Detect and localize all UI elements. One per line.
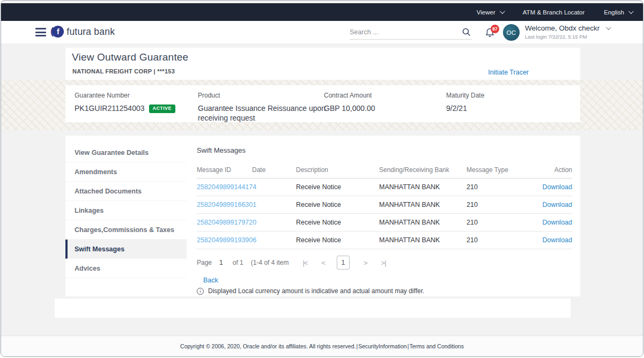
currency-note-text: Displayed Local currency amount is indic… — [208, 287, 424, 295]
security-information-link[interactable]: SecurityInformation — [358, 343, 406, 349]
page-title: View Outward Guarantee — [72, 51, 188, 63]
bank-cell: MANHATTAN BANK — [379, 183, 467, 191]
avatar[interactable]: OC — [503, 24, 520, 41]
page-range-label: (1-4 of 4 item — [251, 259, 289, 266]
initiate-tracer-link[interactable]: Initiate Tracer — [488, 69, 529, 76]
pagination: Page 1 of 1 (1-4 of 4 item |< < 1 > >| — [197, 255, 386, 271]
col-action: Action — [519, 166, 572, 174]
product-label: Product — [198, 92, 327, 99]
terms-and-conditions-link[interactable]: Terms and Conditions — [409, 343, 464, 349]
role-selector[interactable]: Viewer — [477, 9, 504, 16]
chevron-down-icon — [628, 9, 634, 14]
currency-note: i Displayed Local currency amount is ind… — [197, 287, 424, 295]
nav-item-attached-documents[interactable]: Attached Documents — [65, 182, 187, 201]
search-icon[interactable] — [462, 28, 471, 39]
hamburger-menu-icon[interactable] — [35, 28, 46, 39]
section-title: Swift Messages — [197, 146, 246, 154]
message-type-cell: 210 — [467, 236, 519, 244]
guarantee-summary-card: Guarantee Number PK1GUIR211254003ACTIVE … — [65, 85, 580, 122]
brand-logo[interactable]: ( f futura bank — [50, 26, 115, 38]
product-field: Product Guarantee Issuance Reissuance up… — [198, 92, 327, 123]
bank-cell: MANHATTAN BANK — [379, 236, 467, 244]
guarantee-number-label: Guarantee Number — [75, 92, 175, 99]
welcome-text: Welcome, Obdx checkr — [525, 24, 599, 32]
info-icon: i — [197, 288, 204, 295]
nav-item-view-guarantee-details[interactable]: View Guarantee Details — [65, 143, 187, 162]
page-number: 1 — [219, 259, 223, 266]
nav-item-advices[interactable]: Advices — [65, 259, 187, 278]
chevron-down-icon — [500, 9, 505, 14]
lower-card-strip — [55, 299, 571, 318]
nav-item-swift-messages[interactable]: Swift Messages — [65, 240, 187, 259]
last-page-icon[interactable]: >| — [381, 259, 386, 267]
download-link[interactable]: Download — [519, 201, 572, 208]
footer-separator: | — [408, 343, 409, 349]
nav-item-charges-commissions-taxes[interactable]: Charges,Commissions & Taxes — [65, 220, 187, 240]
maturity-date-value: 9/2/21 — [446, 103, 484, 113]
copyright-text: Copyright © 2006, 2020, Oracle and/or it… — [180, 343, 356, 349]
download-link[interactable]: Download — [519, 236, 572, 244]
chevron-down-icon — [606, 25, 611, 30]
logo-circle-icon: f — [52, 26, 64, 38]
utility-topbar: Viewer ATM & Branch Locator English — [1, 3, 643, 21]
nav-item-amendments[interactable]: Amendments — [65, 162, 187, 182]
main-content-card: View Guarantee Details Amendments Attach… — [65, 136, 580, 296]
download-link[interactable]: Download — [519, 219, 572, 226]
app-header: ( f futura bank 87 OC Welcome, Obdx chec… — [1, 21, 643, 43]
atm-branch-locator-label: ATM & Branch Locator — [523, 9, 584, 16]
description-cell: Receive Notice — [296, 183, 379, 191]
description-cell: Receive Notice — [296, 236, 379, 244]
prev-page-icon[interactable]: < — [321, 259, 325, 267]
table-header-row: Message ID Date Description Sending/Rece… — [197, 161, 572, 178]
current-page-button[interactable]: 1 — [337, 256, 350, 270]
app-window: Viewer ATM & Branch Locator English ( f … — [1, 0, 643, 357]
message-id-link[interactable]: 2582049899193906 — [197, 236, 252, 244]
contract-amount-label: Contract Amount — [324, 92, 375, 99]
next-page-icon[interactable]: > — [364, 259, 367, 267]
contract-amount-field: Contract Amount GBP 10,000.00 — [324, 92, 375, 113]
search-bar — [350, 27, 472, 40]
message-type-cell: 210 — [467, 219, 519, 226]
description-cell: Receive Notice — [296, 201, 379, 208]
first-page-icon[interactable]: |< — [302, 259, 307, 267]
bank-cell: MANHATTAN BANK — [379, 219, 467, 226]
nav-item-linkages[interactable]: Linkages — [65, 201, 187, 220]
status-badge: ACTIVE — [149, 105, 175, 114]
maturity-date-label: Maturity Date — [446, 92, 484, 99]
table-row: 2582049899144174 Receive Notice MANHATTA… — [197, 178, 572, 196]
atm-branch-locator-link[interactable]: ATM & Branch Locator — [523, 9, 584, 16]
col-message-type: Message Type — [467, 166, 519, 174]
table-row: 2582049899166301 Receive Notice MANHATTA… — [197, 196, 572, 214]
back-link[interactable]: Back — [203, 277, 218, 284]
col-message-id: Message ID — [197, 166, 252, 174]
page-of-label: of 1 — [233, 259, 243, 266]
guarantee-number-field: Guarantee Number PK1GUIR211254003ACTIVE — [75, 92, 175, 113]
message-id-link[interactable]: 2582049899166301 — [197, 201, 252, 208]
col-date: Date — [252, 166, 296, 174]
page-label: Page — [197, 259, 212, 266]
last-login-text: Last login 7/22/22, 5:15 PM — [525, 34, 610, 40]
description-cell: Receive Notice — [296, 219, 379, 226]
download-link[interactable]: Download — [519, 183, 572, 191]
col-bank: Sending/Receiving Bank — [379, 166, 467, 174]
brand-name: futura bank — [66, 26, 115, 38]
table-row: 2582049899193906 Receive Notice MANHATTA… — [197, 232, 572, 249]
footer-separator: | — [356, 343, 358, 349]
party-subtitle: NATIONAL FREIGHT CORP | ***153 — [72, 68, 175, 74]
col-description: Description — [296, 166, 379, 174]
contract-amount-value: GBP 10,000.00 — [324, 103, 375, 113]
language-selector[interactable]: English — [604, 9, 632, 16]
message-type-cell: 210 — [467, 201, 519, 208]
page-title-card: View Outward Guarantee NATIONAL FREIGHT … — [65, 48, 580, 80]
message-id-link[interactable]: 2582049899179720 — [197, 219, 252, 226]
language-selector-label: English — [604, 9, 624, 16]
role-selector-label: Viewer — [477, 9, 495, 16]
bank-cell: MANHATTAN BANK — [379, 201, 467, 208]
swift-messages-table: Message ID Date Description Sending/Rece… — [197, 161, 572, 249]
message-id-link[interactable]: 2582049899144174 — [197, 183, 252, 191]
notification-bell-icon[interactable]: 87 — [485, 28, 494, 40]
table-row: 2582049899179720 Receive Notice MANHATTA… — [197, 214, 572, 232]
search-input[interactable] — [350, 27, 457, 37]
app-footer: Copyright © 2006, 2020, Oracle and/or it… — [1, 335, 643, 356]
user-menu[interactable]: Welcome, Obdx checkr Last login 7/22/22,… — [525, 24, 610, 40]
